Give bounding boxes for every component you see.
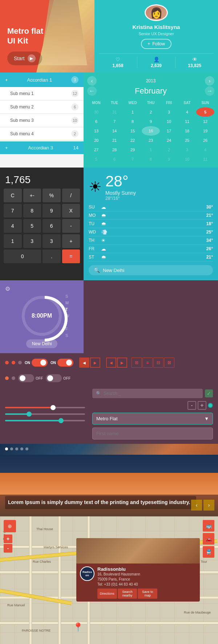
cal-date[interactable]: 26 bbox=[196, 136, 214, 145]
calc-btn-dot[interactable]: . bbox=[43, 249, 60, 263]
toggle-switch-on-2[interactable] bbox=[57, 359, 73, 367]
search-nearby-button[interactable]: Search nearby bbox=[118, 589, 137, 599]
calc-btn-minus[interactable]: - bbox=[62, 219, 80, 233]
day-m[interactable]: M bbox=[65, 301, 69, 305]
slider-3[interactable] bbox=[5, 420, 85, 421]
slider-thumb-1[interactable] bbox=[51, 405, 56, 410]
cal-date-highlighted[interactable]: 16 bbox=[142, 126, 160, 136]
cal-date[interactable]: 3 bbox=[178, 145, 196, 154]
submenu-4[interactable]: Sub menu 4 2 bbox=[0, 127, 84, 141]
cal-date[interactable]: 7 bbox=[105, 117, 124, 126]
slider-1[interactable] bbox=[5, 407, 85, 408]
cal-date[interactable]: 21 bbox=[105, 136, 124, 145]
calc-btn-3a[interactable]: 3 bbox=[23, 234, 41, 248]
cal-date[interactable]: 14 bbox=[105, 126, 124, 136]
calc-btn-4[interactable]: 4 bbox=[4, 219, 22, 233]
cal-date[interactable]: 24 bbox=[160, 136, 178, 145]
cal-prev-month[interactable]: ← bbox=[87, 86, 97, 96]
slider-thumb-2[interactable] bbox=[27, 412, 32, 417]
calc-btn-9[interactable]: 9 bbox=[43, 204, 61, 218]
calc-btn-plus[interactable]: + bbox=[62, 234, 80, 248]
submenu-1[interactable]: Sub menu 1 12 bbox=[0, 87, 84, 100]
cal-date[interactable]: 13 bbox=[87, 126, 105, 136]
plus-button[interactable]: + bbox=[198, 401, 206, 410]
cal-date[interactable]: 30 bbox=[87, 107, 105, 117]
map-train-btn[interactable]: 🚆 bbox=[203, 546, 214, 558]
cal-date[interactable]: 4 bbox=[196, 145, 214, 154]
day-t1[interactable]: T bbox=[65, 307, 69, 311]
calc-btn-3b[interactable]: 3 bbox=[43, 234, 61, 248]
start-button[interactable]: Start ▶ bbox=[7, 51, 42, 65]
calc-btn-equals[interactable]: = bbox=[62, 249, 80, 263]
cal-date[interactable]: 25 bbox=[178, 136, 196, 145]
grid-view-btn[interactable]: ⊞ bbox=[132, 358, 142, 368]
slide-dot-3[interactable] bbox=[15, 447, 18, 450]
cal-date[interactable]: 5 bbox=[87, 154, 105, 164]
toggle-switch-off-2[interactable] bbox=[46, 374, 62, 382]
slide-dot-4[interactable] bbox=[20, 447, 23, 450]
cal-date[interactable]: 1 bbox=[142, 145, 160, 154]
cal-date[interactable]: 9 bbox=[160, 154, 178, 164]
cal-date[interactable]: 15 bbox=[124, 126, 142, 136]
accordion-header-1[interactable]: + Accordian 1 3 bbox=[0, 73, 84, 87]
calc-btn-plusminus[interactable]: +- bbox=[23, 189, 41, 202]
cal-date[interactable]: 18 bbox=[178, 126, 196, 136]
cal-date[interactable]: 20 bbox=[87, 136, 105, 145]
cal-date[interactable]: 22 bbox=[124, 136, 142, 145]
calc-btn-7[interactable]: 7 bbox=[4, 204, 22, 218]
day-s2[interactable]: S bbox=[65, 333, 69, 338]
gear-icon[interactable]: ⚙ bbox=[5, 285, 10, 292]
save-to-map-button[interactable]: Save to map bbox=[138, 589, 157, 599]
cal-date[interactable]: 27 bbox=[87, 145, 105, 154]
slide-prev-button[interactable]: ‹ bbox=[191, 500, 202, 511]
cal-date[interactable]: 10 bbox=[160, 117, 178, 126]
cal-date[interactable]: 28 bbox=[105, 145, 124, 154]
media-prev-btn[interactable]: ◀ bbox=[79, 358, 89, 368]
cal-date[interactable]: 1 bbox=[124, 107, 142, 117]
cal-date[interactable]: 4 bbox=[178, 107, 196, 117]
map-transit-btn[interactable]: 🚌 bbox=[203, 520, 214, 532]
cal-date[interactable]: 19 bbox=[196, 126, 214, 136]
cal-date[interactable]: 3 bbox=[160, 107, 178, 117]
cal-date[interactable]: 6 bbox=[87, 117, 105, 126]
weather-location[interactable]: 🔍 New Delhi bbox=[89, 265, 213, 275]
day-s[interactable]: S bbox=[65, 294, 69, 298]
accordion-header-3[interactable]: + Accordian 3 14 bbox=[0, 141, 84, 154]
submenu-3[interactable]: Sub menu 3 10 bbox=[0, 114, 84, 127]
detail-view-btn[interactable]: ⊠ bbox=[164, 358, 174, 368]
submenu-2[interactable]: Sub menu 2 6 bbox=[0, 100, 84, 114]
calc-btn-multiply[interactable]: X bbox=[62, 204, 80, 218]
calc-btn-percent[interactable]: % bbox=[43, 189, 61, 202]
cal-next-year[interactable]: › bbox=[205, 76, 214, 86]
day-f[interactable]: F bbox=[65, 327, 69, 331]
cal-date[interactable]: 11 bbox=[196, 154, 214, 164]
slide-dot-5[interactable] bbox=[25, 447, 28, 450]
slide-dot-1[interactable] bbox=[5, 447, 8, 450]
calc-btn-1[interactable]: 1 bbox=[4, 234, 22, 248]
map-zoom-in-btn[interactable]: + bbox=[4, 534, 12, 543]
map-car-btn[interactable]: 🚗 bbox=[203, 533, 214, 545]
cal-prev-year[interactable]: ‹ bbox=[87, 76, 97, 86]
checkbox-checked[interactable]: ✓ bbox=[205, 389, 213, 397]
column-view-btn[interactable]: ⊟ bbox=[153, 358, 164, 368]
calc-btn-6[interactable]: 6 bbox=[43, 219, 61, 233]
search-input[interactable] bbox=[104, 391, 199, 396]
media-next-btn[interactable]: ▶ bbox=[90, 358, 100, 368]
cal-date[interactable]: 17 bbox=[160, 126, 178, 136]
cal-date[interactable]: 11 bbox=[178, 117, 196, 126]
cal-date[interactable]: 6 bbox=[105, 154, 124, 164]
calc-btn-c[interactable]: C bbox=[4, 189, 22, 202]
cal-date[interactable]: 10 bbox=[178, 154, 196, 164]
toggle-switch-on-1[interactable] bbox=[32, 359, 48, 367]
day-t2[interactable]: T bbox=[65, 320, 69, 325]
minus-button[interactable]: - bbox=[187, 401, 196, 410]
media-fwd-btn[interactable]: ▶ bbox=[117, 358, 127, 368]
calc-btn-8[interactable]: 8 bbox=[23, 204, 41, 218]
cal-date[interactable]: 2 bbox=[160, 145, 178, 154]
cal-date[interactable]: 31 bbox=[105, 107, 124, 117]
cal-date[interactable]: 29 bbox=[124, 145, 142, 154]
cal-date[interactable]: 2 bbox=[142, 107, 160, 117]
cal-date[interactable]: 8 bbox=[142, 154, 160, 164]
day-w[interactable]: W bbox=[65, 314, 69, 318]
directions-button[interactable]: Directions bbox=[97, 589, 117, 599]
